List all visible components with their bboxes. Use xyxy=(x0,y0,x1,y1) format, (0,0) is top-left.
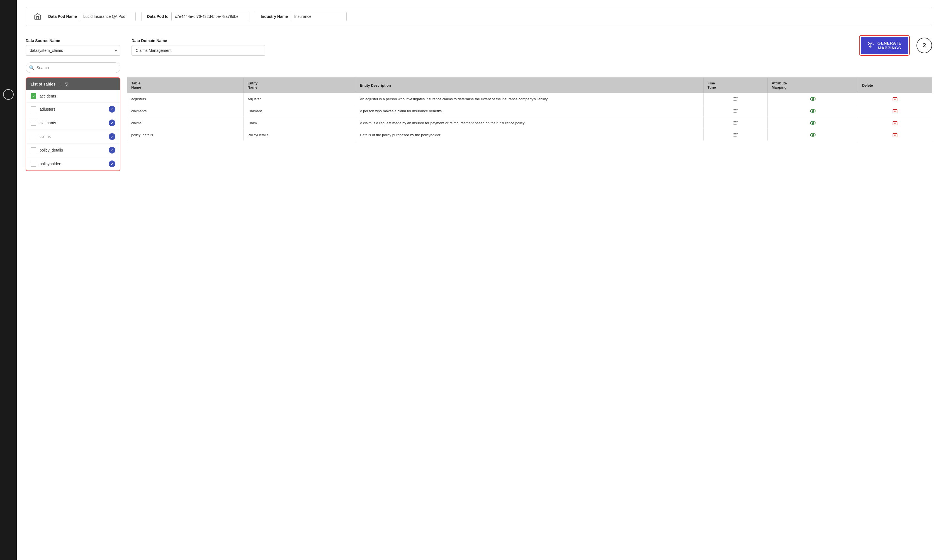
delete-icon[interactable] xyxy=(862,96,928,102)
blue-check: ✓ xyxy=(109,160,115,167)
delete-icon[interactable] xyxy=(862,120,928,126)
step-badge: 2 xyxy=(916,38,932,53)
svg-point-14 xyxy=(812,110,813,112)
list-item[interactable]: ✓ accidents xyxy=(26,90,120,103)
industry-name-label: Industry Name xyxy=(261,14,288,18)
table-item-name: adjusters xyxy=(40,107,105,111)
generate-mappings-button[interactable]: GENERATEMAPPINGS xyxy=(861,37,908,54)
cell-delete xyxy=(858,93,932,105)
home-icon[interactable] xyxy=(32,11,43,22)
fine-tune-icon[interactable] xyxy=(707,108,764,114)
data-source-select[interactable]: datasystem_claims xyxy=(26,45,120,56)
sort-button[interactable]: ↓ xyxy=(58,82,62,87)
data-pod-id-field: Data Pod Id xyxy=(147,12,249,21)
bottom-area: List of Tables ↓ ▽ ✓ accidents adjusters… xyxy=(26,77,932,171)
mappings-table: TableName EntityName Entity Description … xyxy=(127,77,932,141)
table-item-name: policy_details xyxy=(40,148,105,152)
industry-name-input[interactable] xyxy=(291,12,347,21)
view-icon[interactable] xyxy=(772,132,854,138)
view-icon[interactable] xyxy=(772,120,854,126)
cell-fine-tune xyxy=(704,117,768,129)
cell-entity-name: Claimant xyxy=(243,105,356,117)
cell-entity-description: A claim is a request made by an insured … xyxy=(356,117,704,129)
cell-table-name: claimants xyxy=(128,105,243,117)
view-icon[interactable] xyxy=(772,96,854,102)
mappings-icon xyxy=(867,42,874,49)
circle-indicator xyxy=(3,89,14,100)
divider-1 xyxy=(141,12,141,21)
cell-table-name: policy_details xyxy=(128,129,243,141)
checkbox-empty xyxy=(31,120,36,126)
fine-tune-icon[interactable] xyxy=(707,96,764,102)
col-entity-name: EntityName xyxy=(243,78,356,93)
table-row: policy_details PolicyDetails Details of … xyxy=(128,129,932,141)
cell-entity-description: Details of the policy purchased by the p… xyxy=(356,129,704,141)
search-input[interactable] xyxy=(26,62,120,73)
cell-attribute-mapping xyxy=(768,93,858,105)
list-item[interactable]: adjusters ✓ xyxy=(26,103,120,116)
cell-table-name: adjusters xyxy=(128,93,243,105)
blue-check: ✓ xyxy=(109,147,115,154)
svg-point-3 xyxy=(810,97,815,101)
data-domain-input[interactable] xyxy=(132,45,265,56)
cell-fine-tune xyxy=(704,93,768,105)
table-item-name: claimants xyxy=(40,121,105,125)
checkbox-empty xyxy=(31,161,36,167)
data-pod-name-input[interactable] xyxy=(80,12,136,21)
view-icon[interactable] xyxy=(772,108,854,114)
cell-attribute-mapping xyxy=(768,105,858,117)
delete-icon[interactable] xyxy=(862,108,928,114)
header-bar: Data Pod Name Data Pod Id Industry Name xyxy=(26,7,932,26)
blue-check: ✓ xyxy=(109,106,115,112)
table-item-name: claims xyxy=(40,134,105,139)
left-sidebar xyxy=(0,0,17,560)
blue-check: ✓ xyxy=(109,120,115,126)
data-pod-name-label: Data Pod Name xyxy=(48,14,77,18)
generate-btn-label: GENERATEMAPPINGS xyxy=(878,41,901,50)
search-icon: 🔍 xyxy=(29,65,35,71)
search-wrapper: 🔍 xyxy=(26,62,120,73)
industry-name-field: Industry Name xyxy=(261,12,347,21)
table-item-name: accidents xyxy=(40,94,115,98)
generate-btn-outline: GENERATEMAPPINGS xyxy=(859,35,910,56)
col-table-name: TableName xyxy=(128,78,243,93)
list-item[interactable]: policy_details ✓ xyxy=(26,143,120,157)
svg-point-13 xyxy=(810,109,815,112)
delete-icon[interactable] xyxy=(862,132,928,138)
list-item[interactable]: claims ✓ xyxy=(26,130,120,143)
step-number: 2 xyxy=(923,42,926,49)
cell-entity-description: A person who makes a claim for insurance… xyxy=(356,105,704,117)
data-pod-id-label: Data Pod Id xyxy=(147,14,169,18)
cell-entity-description: An adjuster is a person who investigates… xyxy=(356,93,704,105)
cell-delete xyxy=(858,105,932,117)
cell-entity-name: Claim xyxy=(243,117,356,129)
filter-button[interactable]: ▽ xyxy=(65,82,69,87)
cell-delete xyxy=(858,129,932,141)
generate-area: GENERATEMAPPINGS 2 xyxy=(859,35,932,56)
cell-delete xyxy=(858,117,932,129)
cell-fine-tune xyxy=(704,105,768,117)
cell-attribute-mapping xyxy=(768,117,858,129)
checkbox-empty xyxy=(31,134,36,139)
list-item[interactable]: claimants ✓ xyxy=(26,116,120,130)
form-section: Data Source Name datasystem_claims ▾ Dat… xyxy=(26,35,932,56)
table-row: adjusters Adjuster An adjuster is a pers… xyxy=(128,93,932,105)
cell-fine-tune xyxy=(704,129,768,141)
table-list-body: ✓ accidents adjusters ✓ claimants ✓ clai… xyxy=(26,90,120,171)
data-domain-group: Data Domain Name xyxy=(132,38,265,56)
svg-point-33 xyxy=(810,134,815,137)
svg-point-34 xyxy=(812,134,813,136)
table-list-header: List of Tables ↓ ▽ xyxy=(26,78,120,90)
fine-tune-icon[interactable] xyxy=(707,132,764,138)
data-pod-id-input[interactable] xyxy=(171,12,249,21)
main-content: Data Pod Name Data Pod Id Industry Name … xyxy=(17,0,941,560)
col-entity-description: Entity Description xyxy=(356,78,704,93)
cell-entity-name: Adjuster xyxy=(243,93,356,105)
table-row: claims Claim A claim is a request made b… xyxy=(128,117,932,129)
fine-tune-icon[interactable] xyxy=(707,120,764,126)
table-list-panel: List of Tables ↓ ▽ ✓ accidents adjusters… xyxy=(26,77,120,171)
cell-attribute-mapping xyxy=(768,129,858,141)
checkbox-empty xyxy=(31,148,36,153)
list-item[interactable]: policyholders ✓ xyxy=(26,157,120,171)
table-row: claimants Claimant A person who makes a … xyxy=(128,105,932,117)
